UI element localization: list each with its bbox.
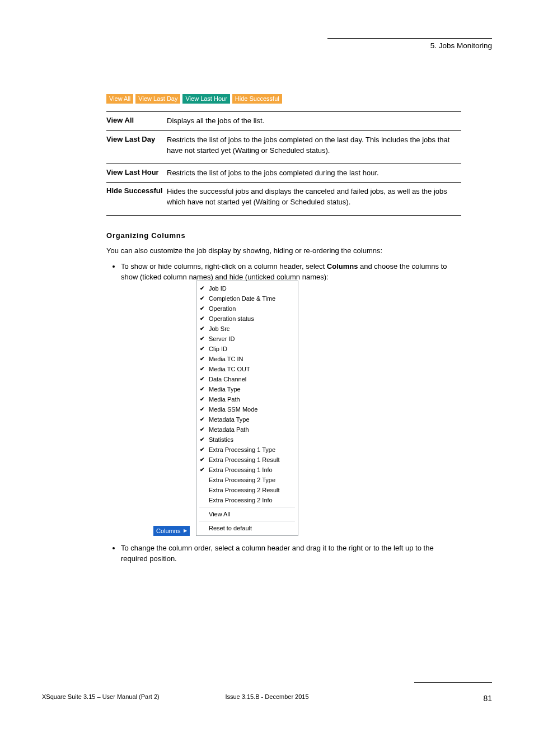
instruction-list: To show or hide columns, right-click on … [106,261,461,564]
check-icon: ✔ [200,284,205,293]
popup-item[interactable]: ✔Operation status [198,314,296,324]
popup-item[interactable]: ✔Server ID [198,334,296,344]
popup-item-label: Extra Processing 1 Info [209,465,273,474]
popup-item-label: Media Path [209,395,240,404]
bullet-text-a: To show or hide columns, right-click on … [121,262,327,270]
popup-item[interactable]: ✔Clip ID [198,344,296,354]
popup-item[interactable]: ✔Extra Processing 2 Info [198,495,296,505]
popup-item-label: Operation status [209,314,254,323]
popup-item-label: Metadata Type [209,415,250,424]
popup-item-label: Job ID [209,284,227,293]
filter-bar: View All View Last Day View Last Hour Hi… [106,94,461,104]
popup-item-label: Metadata Path [209,425,249,434]
popup-item-label: Extra Processing 2 Result [209,486,280,494]
row-label: View Last Hour [106,168,167,179]
check-icon: ✔ [200,354,205,363]
popup-item-label: Extra Processing 1 Result [209,455,280,464]
footer-left: XSquare Suite 3.15 – User Manual (Part 2… [42,693,160,700]
popup-item-label: Media SSM Mode [209,405,257,414]
popup-item-label: Statistics [209,435,233,444]
popup-item[interactable]: ✔Extra Processing 1 Info [198,465,296,475]
table-row: View All Displays all the jobs of the li… [106,111,461,130]
popup-item[interactable]: ✔Extra Processing 1 Type [198,445,296,455]
filter-hide-successful[interactable]: Hide Successful [232,94,282,104]
check-icon: ✔ [200,375,205,384]
list-item: To change the column order, select a col… [121,543,461,564]
popup-item[interactable]: ✔Media Type [198,384,296,394]
popup-item[interactable]: ✔Job ID [198,283,296,293]
table-row: View Last Day Restricts the list of jobs… [106,130,461,164]
row-label: Hide Successful [106,186,167,211]
page-footer: XSquare Suite 3.15 – User Manual (Part 2… [42,693,492,700]
check-icon: ✔ [200,415,205,424]
check-icon: ✔ [200,425,205,434]
popup-item-label: Media TC OUT [209,365,250,374]
section-subhead: Organizing Columns [106,231,461,240]
table-row: Hide Successful Hides the successful job… [106,182,461,216]
popup-item[interactable]: ✔Extra Processing 2 Result [198,485,296,495]
check-icon: ✔ [200,395,205,404]
check-icon: ✔ [200,344,205,353]
chevron-right-icon: ▶ [184,526,187,535]
check-icon: ✔ [200,334,205,343]
popup-item[interactable]: ✔Data Channel [198,374,296,384]
bullet-text: To change the column order, select a col… [121,544,434,563]
popup-item-label: Server ID [209,334,235,343]
popup-item[interactable]: ✔Metadata Path [198,424,296,435]
footer-center: Issue 3.15.B - December 2015 [225,693,308,700]
row-text: Hides the successful jobs and displays t… [167,186,461,211]
popup-item-label: Reset to default [209,524,252,533]
popup-item-label: Clip ID [209,344,227,353]
popup-item[interactable]: ✔Extra Processing 2 Type [198,475,296,485]
columns-button-label: Columns [156,526,180,535]
footer-rule [414,682,492,683]
list-item: To show or hide columns, right-click on … [121,261,461,536]
columns-popup: ✔Job ID✔Completion Date & Time✔Operation… [196,281,298,536]
popup-item[interactable]: ✔Operation [198,304,296,314]
popup-item-label: Operation [209,304,236,313]
popup-item-label: Completion Date & Time [209,294,275,303]
popup-item[interactable]: ✔Statistics [198,435,296,445]
popup-item-label: Data Channel [209,375,246,384]
popup-item-label: Media TC IN [209,354,243,363]
row-label: View Last Day [106,135,167,160]
popup-view-all[interactable]: ✔View All [198,509,296,519]
popup-reset-default[interactable]: ✔Reset to default [198,523,296,533]
row-label: View All [106,116,167,127]
check-icon: ✔ [200,455,205,464]
popup-item-label: View All [209,510,230,519]
columns-button[interactable]: Columns ▶ [153,526,190,536]
popup-item[interactable]: ✔Metadata Type [198,414,296,424]
check-icon: ✔ [200,435,205,444]
filter-view-all[interactable]: View All [106,94,133,104]
popup-item[interactable]: ✔Job Src [198,324,296,334]
row-text: Displays all the jobs of the list. [167,116,264,127]
popup-item-label: Extra Processing 2 Info [209,496,273,505]
row-text: Restricts the list of jobs to the jobs c… [167,135,461,160]
page-content: View All View Last Day View Last Hour Hi… [106,94,461,575]
popup-item-label: Job Src [209,324,229,333]
popup-item[interactable]: ✔Media TC IN [198,354,296,364]
check-icon: ✔ [200,465,205,474]
popup-separator [199,521,295,521]
check-icon: ✔ [200,314,205,323]
check-icon: ✔ [200,304,205,313]
popup-separator [199,507,295,507]
filter-view-last-hour[interactable]: View Last Hour [182,94,229,104]
popup-item[interactable]: ✔Media SSM Mode [198,404,296,414]
popup-item-label: Media Type [209,385,241,394]
popup-item[interactable]: ✔Media Path [198,394,296,404]
table-row: View Last Hour Restricts the list of job… [106,164,461,183]
check-icon: ✔ [200,294,205,303]
check-icon: ✔ [200,405,205,414]
header-rule [327,38,492,39]
columns-popup-screenshot: ✔Job ID✔Completion Date & Time✔Operation… [153,281,294,536]
popup-item[interactable]: ✔Media TC OUT [198,364,296,374]
popup-item[interactable]: ✔Completion Date & Time [198,293,296,304]
filter-view-last-day[interactable]: View Last Day [135,94,180,104]
bullet-bold: Columns [327,262,358,270]
check-icon: ✔ [200,365,205,374]
popup-item-label: Extra Processing 1 Type [209,445,275,454]
check-icon: ✔ [200,445,205,454]
popup-item[interactable]: ✔Extra Processing 1 Result [198,455,296,465]
